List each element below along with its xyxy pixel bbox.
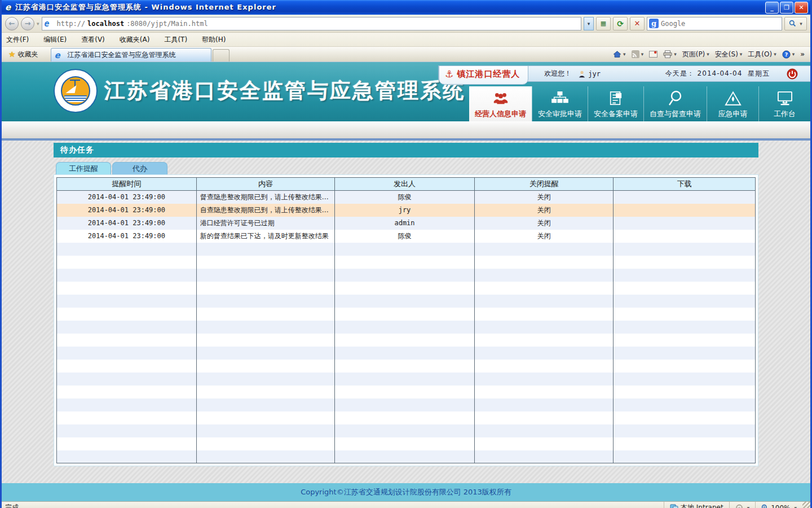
- cell-download: [614, 230, 756, 243]
- empty-cell: [57, 269, 197, 282]
- minimize-button[interactable]: _: [765, 2, 779, 14]
- content-area: 待办任务 工作提醒 代办 提醒时间 内容 发出人 关闭提醒 下载: [2, 141, 810, 501]
- favorites-button[interactable]: ★ 收藏夹: [4, 50, 43, 59]
- col-sender: 发出人: [335, 178, 475, 191]
- empty-cell: [335, 360, 475, 373]
- cell-sender: 陈俊: [335, 230, 475, 243]
- empty-cell: [474, 437, 614, 450]
- empty-cell: [335, 243, 475, 256]
- safety-menu-button[interactable]: 安全(S): [715, 50, 743, 59]
- new-tab-button[interactable]: [213, 49, 230, 62]
- stop-button[interactable]: ✕: [630, 17, 645, 30]
- search-input[interactable]: [661, 20, 780, 28]
- empty-cell: [335, 256, 475, 269]
- read-mail-button[interactable]: [649, 51, 657, 58]
- empty-row: [57, 373, 756, 386]
- address-input[interactable]: e http://localhost:8080/yjpt/Main.html: [42, 17, 581, 30]
- empty-cell: [57, 347, 197, 360]
- empty-cell: [196, 282, 334, 295]
- star-icon: ★: [8, 50, 16, 59]
- main-nav: 经营人信息申请 安全审批申请 安全备案申请 自查与督查申请 应急申请: [469, 86, 810, 121]
- print-button[interactable]: [663, 50, 677, 58]
- empty-row: [57, 282, 756, 295]
- nav-safety-record[interactable]: 安全备案申请: [588, 86, 643, 121]
- address-dropdown-button[interactable]: ▾: [584, 17, 594, 30]
- cell-sender: 陈俊: [335, 191, 475, 204]
- nav-emergency[interactable]: 应急申请: [707, 86, 758, 121]
- search-button[interactable]: [784, 17, 807, 30]
- empty-cell: [196, 269, 334, 282]
- menu-favorites[interactable]: 收藏夹(A): [120, 35, 150, 45]
- task-table-body: 2014-04-01 23:49:00督查隐患整改期限已到，请上传整改结果…陈俊…: [57, 191, 756, 463]
- org-chart-icon: [551, 89, 568, 107]
- empty-cell: [614, 243, 756, 256]
- port-authority-logo: [54, 69, 98, 113]
- recent-pages-chevron-icon[interactable]: ▾: [37, 21, 39, 27]
- empty-cell: [474, 386, 614, 398]
- menu-file[interactable]: 文件(F): [6, 35, 29, 45]
- browser-tab[interactable]: e 江苏省港口安全监管与应急管理系统: [51, 48, 211, 62]
- col-remind-time: 提醒时间: [57, 178, 197, 191]
- empty-cell: [474, 243, 614, 256]
- empty-cell: [474, 360, 614, 373]
- tab-title: 江苏省港口安全监管与应急管理系统: [68, 50, 176, 60]
- ie-logo-icon: e: [5, 2, 15, 12]
- empty-cell: [335, 450, 475, 463]
- empty-cell: [614, 424, 756, 437]
- cell-remind-time: 2014-04-01 23:49:00: [57, 204, 197, 217]
- close-reminder-link[interactable]: 关闭: [474, 217, 614, 230]
- tab-todo[interactable]: 代办: [112, 162, 167, 174]
- cell-sender: admin: [335, 217, 475, 230]
- empty-cell: [57, 295, 197, 308]
- document-icon: [609, 89, 623, 107]
- nav-operator-info[interactable]: 经营人信息申请: [469, 86, 532, 121]
- refresh-button[interactable]: ⟳: [613, 17, 628, 30]
- empty-cell: [196, 308, 334, 321]
- menu-tools[interactable]: 工具(T): [164, 35, 187, 45]
- empty-cell: [614, 450, 756, 463]
- overflow-chevron-icon[interactable]: »: [800, 50, 805, 58]
- empty-row: [57, 411, 756, 424]
- restore-button[interactable]: ❐: [780, 2, 793, 14]
- empty-cell: [196, 450, 334, 463]
- task-row: 2014-04-01 23:49:00自查隐患整改期限已到，请上传整改结果…jr…: [57, 204, 756, 217]
- menu-edit[interactable]: 编辑(E): [43, 35, 67, 45]
- page-menu-button[interactable]: 页面(P): [682, 50, 709, 59]
- tools-menu-label: 工具(O): [748, 50, 772, 59]
- tools-menu-button[interactable]: 工具(O): [748, 50, 776, 59]
- nav-self-inspection[interactable]: 自查与督查申请: [643, 86, 707, 121]
- table-header-row: 提醒时间 内容 发出人 关闭提醒 下载: [57, 178, 756, 191]
- empty-cell: [335, 308, 475, 321]
- back-button[interactable]: ←: [5, 17, 19, 30]
- nav-label: 经营人信息申请: [475, 109, 526, 119]
- empty-cell: [474, 308, 614, 321]
- resize-grip[interactable]: [802, 502, 810, 508]
- nav-safety-approval[interactable]: 安全审批申请: [532, 86, 588, 121]
- feeds-button[interactable]: [632, 50, 644, 58]
- home-button[interactable]: [613, 50, 626, 58]
- col-content: 内容: [196, 178, 334, 191]
- empty-cell: [196, 386, 334, 398]
- nav-workbench[interactable]: 工作台: [758, 86, 810, 121]
- close-reminder-link[interactable]: 关闭: [474, 191, 614, 204]
- close-reminder-link[interactable]: 关闭: [474, 230, 614, 243]
- empty-cell: [614, 295, 756, 308]
- close-reminder-link[interactable]: 关闭: [474, 204, 614, 217]
- magnifier-large-icon: [668, 89, 683, 107]
- forward-button[interactable]: →: [21, 17, 34, 30]
- close-button[interactable]: ✕: [795, 2, 808, 14]
- compatibility-view-button[interactable]: ▦: [596, 17, 611, 30]
- tab-work-reminder[interactable]: 工作提醒: [56, 162, 111, 174]
- menu-view[interactable]: 查看(V): [81, 35, 105, 45]
- protected-mode-button[interactable]: [729, 502, 756, 508]
- mail-icon: [649, 51, 657, 58]
- help-button[interactable]: ?: [782, 50, 795, 59]
- empty-cell: [335, 295, 475, 308]
- logout-power-button[interactable]: [787, 68, 798, 80]
- empty-row: [57, 424, 756, 437]
- empty-row: [57, 321, 756, 334]
- menu-help[interactable]: 帮助(H): [202, 35, 226, 45]
- cell-remind-time: 2014-04-01 23:49:00: [57, 230, 197, 243]
- zoom-control[interactable]: 100%: [755, 502, 802, 508]
- empty-cell: [335, 347, 475, 360]
